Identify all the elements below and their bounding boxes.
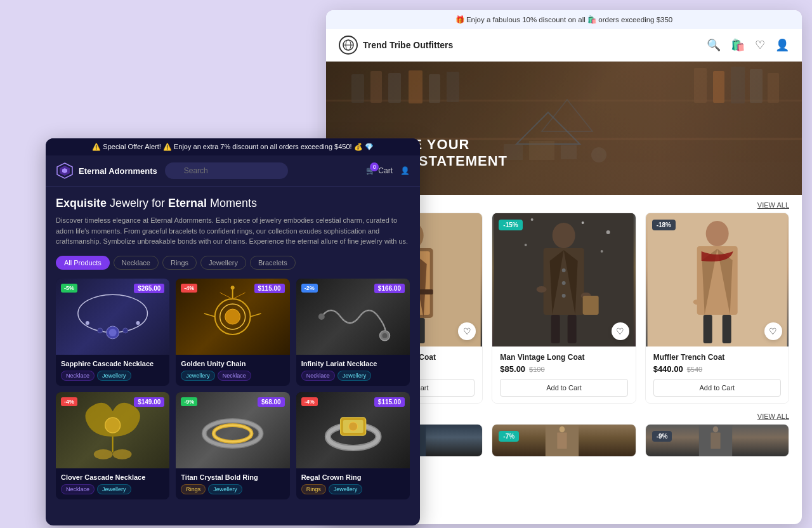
svg-rect-48	[731, 67, 745, 103]
price-old-muffler: $540	[687, 366, 702, 373]
svg-point-72	[525, 244, 527, 246]
filter-all-products[interactable]: All Products	[56, 256, 110, 270]
svg-line-16	[233, 293, 246, 299]
left-description: Discover timeless elegance at Eternal Ad…	[56, 215, 410, 247]
product-image-regal: -4% $115.00	[296, 392, 410, 468]
svg-rect-43	[409, 70, 422, 103]
view-all-button-2[interactable]: VIEW ALL	[757, 412, 789, 420]
product-card-regal[interactable]: -4% $115.00 Regal Crown Ring Rings Jewel	[296, 392, 410, 499]
user-icon-right[interactable]: 👤	[775, 38, 789, 52]
product-name-regal: Regal Crown Ring	[301, 473, 405, 481]
add-to-cart-muffler[interactable]: Add to Cart	[653, 379, 781, 397]
product-image-golden: -4% $115.00	[176, 279, 289, 355]
price-badge-golden: $115.00	[254, 284, 285, 293]
filter-rings[interactable]: Rings	[162, 256, 197, 270]
svg-rect-85	[568, 315, 577, 343]
right-logo-circle	[339, 36, 358, 55]
svg-rect-44	[429, 74, 440, 103]
product-info-sapphire: Sapphire Cascade Necklace Necklace Jewel…	[56, 355, 169, 386]
price-badge-infinity: $166.00	[374, 284, 405, 293]
fashion-name-muffler: Muffler Trench Coat	[653, 353, 781, 362]
svg-point-25	[113, 449, 132, 459]
product-card-titan[interactable]: -9% $68.00 Titan Crystal Bold Ring Rings…	[176, 392, 289, 499]
cart-count: 0	[370, 162, 379, 171]
search-icon-right[interactable]: 🔍	[707, 38, 721, 52]
left-heading: Exquisite Jewelry for Eternal Moments	[56, 197, 410, 210]
svg-point-34	[348, 422, 357, 431]
product-card-infinity[interactable]: -2% $166.00 Infinity Lariat Necklace Nec…	[296, 279, 410, 386]
product-image-sapphire: -5% $265.00	[56, 279, 169, 355]
product-name-infinity: Infinity Lariat Necklace	[301, 360, 405, 367]
view-all-button-1[interactable]: VIEW ALL	[757, 201, 789, 209]
left-search-input[interactable]	[165, 162, 288, 179]
fashion-discount-second3: -9%	[652, 431, 672, 442]
svg-point-6	[98, 327, 103, 333]
svg-point-78	[562, 268, 566, 272]
product-tags-golden: Jewellery Necklace	[181, 371, 284, 381]
fashion-info-vintage: Man Vintage Long Coat $85.00 $100 Add to…	[492, 346, 635, 403]
svg-point-87	[705, 221, 728, 246]
svg-rect-84	[551, 315, 560, 343]
discount-badge-titan: -9%	[181, 397, 197, 406]
product-card-golden[interactable]: -4% $115.00	[176, 279, 289, 386]
svg-line-18	[204, 314, 215, 317]
left-logo-icon	[56, 162, 74, 180]
tag-necklace-clover: Necklace	[61, 484, 95, 494]
user-icon[interactable]: 👤	[400, 166, 410, 175]
product-card-clover[interactable]: -4% $149.00 Clover Cascade Necklace Neck…	[56, 392, 169, 499]
fashion-discount-muffler: -18%	[652, 220, 676, 230]
svg-point-21	[382, 333, 387, 338]
right-banner-text: 🎁 Enjoy a fabulous 10% discount on all 🛍…	[455, 15, 673, 24]
svg-point-101	[712, 426, 718, 433]
svg-point-24	[94, 449, 113, 459]
left-nav: Eternal Adornments 🔍 🛒 0 Cart 👤	[46, 155, 420, 187]
discount-badge-regal: -4%	[301, 397, 318, 406]
product-info-titan: Titan Crystal Bold Ring Rings Jewellery	[176, 468, 289, 499]
product-name-titan: Titan Crystal Bold Ring	[181, 473, 284, 481]
fashion-card-second3[interactable]: -9%	[645, 424, 789, 457]
product-info-clover: Clover Cascade Necklace Necklace Jewelle…	[56, 468, 169, 499]
left-nav-actions: 🛒 0 Cart 👤	[366, 166, 410, 175]
tag-necklace-infinity: Necklace	[301, 371, 335, 381]
tag-jewellery-golden: Jewellery	[181, 371, 215, 381]
filter-necklace[interactable]: Necklace	[114, 256, 159, 270]
product-card-sapphire[interactable]: -5% $265.00 Sapphire Cascade Necklace	[56, 279, 169, 386]
cart-label: Cart	[378, 166, 393, 175]
product-info-golden: Golden Unity Chain Jewellery Necklace	[176, 355, 289, 386]
hero-line3: STATEMENT	[419, 153, 508, 169]
fashion-card-vintage[interactable]: -15%	[492, 213, 636, 404]
svg-rect-42	[388, 73, 401, 103]
filter-jewellery[interactable]: Jewellery	[200, 256, 246, 270]
svg-point-8	[136, 320, 140, 324]
product-tags-regal: Rings Jewellery	[301, 484, 405, 494]
svg-point-70	[582, 221, 584, 224]
add-to-cart-vintage[interactable]: Add to Cart	[500, 379, 627, 397]
fashion-card-muffler[interactable]: -18% ♡	[645, 213, 789, 404]
svg-point-29	[214, 425, 252, 442]
svg-rect-102	[710, 432, 720, 449]
svg-point-22	[105, 418, 121, 433]
left-logo-text: Eternal Adornments	[79, 166, 157, 176]
fashion-info-muffler: Muffler Trench Coat $440.00 $540 Add to …	[646, 346, 789, 403]
bag-icon[interactable]: 🛍️	[731, 38, 745, 52]
cart-button[interactable]: 🛒 0 Cart	[366, 166, 393, 175]
svg-point-5	[109, 328, 117, 336]
svg-rect-40	[351, 74, 364, 103]
fashion-card-second2[interactable]: -7%	[492, 424, 636, 457]
fashion-discount-vintage: -15%	[499, 220, 522, 230]
svg-point-81	[537, 286, 547, 293]
left-banner-text: ⚠️ Special Offer Alert! ⚠️ Enjoy an extr…	[92, 143, 373, 151]
fashion-image-second3: -9%	[646, 425, 789, 456]
svg-point-9	[86, 320, 89, 324]
wishlist-muffler[interactable]: ♡	[764, 322, 782, 340]
fashion-image-vintage: -15%	[492, 213, 635, 346]
right-logo-text: Trend Tribe Outfitters	[363, 40, 453, 50]
right-logo-icon	[343, 39, 354, 51]
wishlist-vintage[interactable]: ♡	[612, 322, 629, 340]
svg-rect-46	[694, 68, 707, 103]
price-badge-clover: $149.00	[134, 397, 164, 407]
product-image-clover: -4% $149.00	[56, 392, 169, 468]
right-nav-icons: 🔍 🛍️ ♡ 👤	[707, 38, 789, 52]
filter-bracelets[interactable]: Bracelets	[250, 256, 296, 270]
heart-icon[interactable]: ♡	[755, 38, 765, 52]
